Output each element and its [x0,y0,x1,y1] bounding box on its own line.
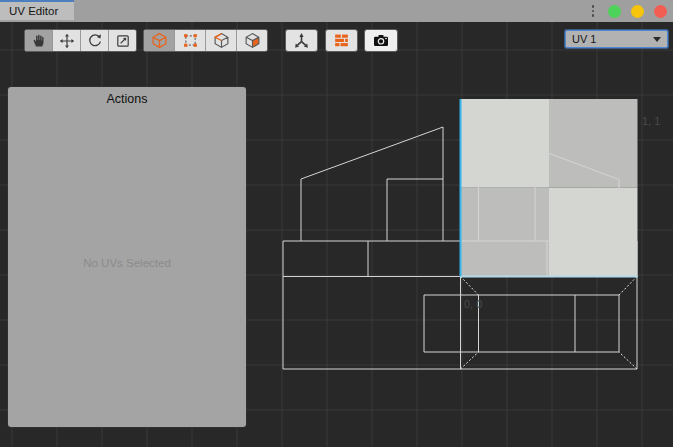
element-mode-group [143,29,268,52]
scale-tool-button[interactable] [109,30,136,51]
cube-edge-icon [213,32,230,49]
actions-panel-title: Actions [8,87,246,106]
traffic-light-red[interactable] [654,5,667,18]
uv-channel-value: UV 1 [572,33,653,45]
move-tool-button[interactable] [53,30,81,51]
uv-screenshot-button[interactable] [364,29,398,52]
face-mode-button[interactable] [237,30,267,51]
uv-channel-select[interactable]: UV 1 [565,30,668,48]
camera-icon [372,32,390,49]
splay-arrows-icon [293,32,310,49]
rotate-tool-button[interactable] [81,30,109,51]
cube-face-icon [244,32,261,49]
vertex-corners-icon [182,32,199,49]
actions-panel: Actions No UVs Selected [8,87,246,427]
chevron-down-icon [653,37,661,42]
no-uvs-selected-message: No UVs Selected [8,257,246,269]
tab-uv-editor[interactable]: UV Editor [0,0,74,20]
svg-text:1, 1: 1, 1 [642,115,660,127]
edge-mode-button[interactable] [206,30,237,51]
project-uvs-button[interactable] [285,29,318,52]
pan-tool-button[interactable] [25,30,53,51]
svg-text:0, 0: 0, 0 [464,298,482,310]
traffic-light-green[interactable] [608,5,621,18]
hand-icon [31,33,47,49]
move-arrows-icon [59,33,75,49]
bricks-icon [333,32,350,49]
texture-preview-button[interactable] [325,29,358,52]
traffic-light-yellow[interactable] [631,5,644,18]
titlebar: UV Editor [0,0,673,22]
more-menu-icon[interactable] [588,2,599,20]
scale-icon [115,33,131,49]
uv-editor-window: { "window": { "title": "UV Editor", "tab… [0,0,673,447]
cube-orange-icon [151,32,168,49]
vertex-mode-button[interactable] [175,30,206,51]
tool-group [24,29,137,52]
uv-mode-button[interactable] [144,30,175,51]
rotate-icon [87,33,103,49]
window-title: UV Editor [9,5,58,17]
